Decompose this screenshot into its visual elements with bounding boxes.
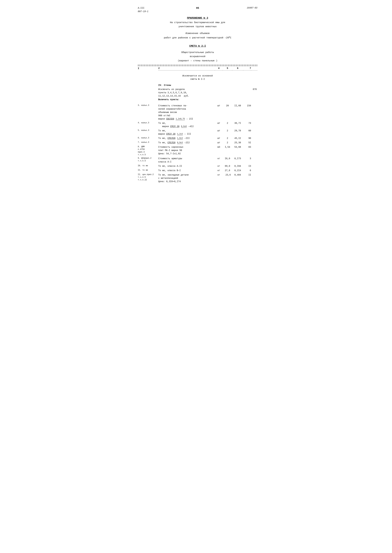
row-ref-7: 7. кальк.3: [138, 141, 158, 144]
row-ref-12: I2. цен.прил.2т.ч.п.5т.ч.п.22: [138, 173, 158, 181]
page-number: 95: [196, 6, 199, 10]
row-qty-5: 2: [223, 129, 232, 132]
iv-excl-lines: Исключить из раздела пункты 3,4,5,6,7,9,…: [158, 88, 189, 98]
row-total-5: 60: [243, 129, 251, 132]
iv-excl-row: Исключить из раздела пункты 3,4,5,6,7,9,…: [158, 88, 257, 98]
work-type-2: вскрывочной: [138, 55, 257, 58]
iv-unit: руб.: [184, 94, 189, 98]
col-header-1: I: [138, 67, 158, 70]
top-divider: [138, 65, 257, 65]
row-unit-10: кг: [215, 165, 223, 168]
row-qty-8: I,54: [223, 145, 232, 149]
marca-5: СПСЛ 20: [166, 133, 175, 135]
work-type-1: Общестроительные работы: [138, 51, 257, 55]
row-unit-8: м3: [215, 145, 223, 149]
row-total-10: I3: [243, 165, 251, 168]
row-desc-4: То же, марки СПСЛ 20 0,6х6 –4I2: [158, 122, 215, 128]
row-qty-10: 69,0: [223, 165, 232, 168]
table-row: 8. ЦММп.4759прил.3т.ч.п.5 Стоимость карн…: [138, 145, 257, 156]
row-price-7: 25,38: [232, 141, 243, 144]
row-qty-11: 27,8: [223, 169, 232, 172]
table-row: 5. кальк.3 То же, марки СПСЛ 20 1,2х3 – …: [138, 129, 257, 136]
table-row: 9. ЦСЦприл.2т.ч.п.5 Стоимость арматурыкл…: [138, 157, 257, 164]
iv-excl-3-row: 11,12,13,14,15,16 руб.: [158, 94, 189, 98]
row-total-11: 6: [243, 169, 251, 172]
row-ref-3: 3. кальк.3: [138, 104, 158, 107]
column-headers: I 2 4 5 6 7: [138, 66, 257, 70]
row-price-5: 29,78: [232, 129, 243, 132]
table-row: I2. цен.прил.2т.ч.п.5т.ч.п.22 То же, зак…: [138, 173, 257, 183]
col-header-4: 4: [215, 67, 223, 70]
marca-4: СПСЛ 20: [170, 125, 180, 128]
row-ref-11: II. то же: [138, 169, 158, 172]
desc-line2: уничтожения трупов животных: [138, 25, 257, 29]
exclude-line1: Исключается из основной: [138, 74, 257, 77]
row-total-3: 234: [243, 104, 251, 107]
row-unit-7: шт: [215, 141, 223, 144]
fraction-4: 0,6х6: [181, 125, 187, 128]
row-desc-7: То же, СПСЛ20 0,9х3 –2I2: [158, 141, 215, 144]
row-ref-9: 9. ЦСЦприл.2т.ч.п.5: [138, 157, 158, 162]
row-qty-7: 2: [223, 141, 232, 144]
iv-title: IV. Стены: [158, 84, 257, 87]
col-header-2: 2: [158, 67, 215, 70]
row-price-3: II,68: [232, 104, 243, 107]
row-desc-5: То же, марки СПСЛ 20 1,2х3 – III: [158, 129, 215, 136]
row-ref-10: I0. то же: [138, 165, 158, 167]
row-desc-6: То же, СПСЛ20 1,8х3 –III: [158, 137, 215, 140]
row-desc-8: Стоимость карнизныхплит ПК–I марки 50Цен…: [158, 145, 215, 155]
row-total-8: 83: [243, 145, 251, 149]
row-qty-12: 23,6: [223, 173, 232, 177]
iv-excl-1: Исключить из раздела: [158, 88, 189, 91]
table-row: 6. кальк.3 То же, СПСЛ20 1,8х3 –III шт 2…: [138, 137, 257, 140]
row-desc-9: Стоимость арматурыкласса А–I: [158, 157, 215, 164]
row-unit-6: шт: [215, 137, 223, 140]
change-subtitle-text: работ для районов с расчетной температур…: [164, 36, 229, 39]
marca-7: СПСЛ20: [168, 141, 175, 144]
fraction-6: 1,8х3: [177, 137, 183, 139]
col-header-5: 5: [223, 67, 232, 70]
appendix-title: ПРИЛОЖЕНИЕ № 3: [138, 16, 257, 20]
row-desc-3: Стоимость стеновых па-нелей керамзитобет…: [158, 104, 215, 121]
top-left-info: А–III 807-19-1: [138, 6, 148, 13]
row-unit-5: шт: [215, 129, 223, 132]
row-price-4: 36,7I: [232, 122, 243, 125]
row-ref-8: 8. ЦММп.4759прил.3т.ч.п.5: [138, 145, 158, 156]
row-unit-3: шт: [215, 104, 223, 107]
desc-line1: На строительство биотермической ямы для: [138, 21, 257, 25]
row-desc-11: То же, класса В–I: [158, 169, 215, 172]
marca-6: СПСЛ20: [168, 137, 175, 139]
table-row: II. то же То же, класса В–I кг 27,8 0,2I…: [138, 169, 257, 172]
iv-total-value: 878: [253, 88, 257, 91]
row-unit-11: кг: [215, 169, 223, 172]
row-qty-6: 2: [223, 137, 232, 140]
row-price-9: 0,I73: [232, 157, 243, 160]
row-qty-4: 2: [223, 122, 232, 125]
row-ref-4: 4. кальк.3: [138, 122, 158, 124]
smeta-title: СМЕТА № 2–I: [138, 44, 257, 48]
row-price-6: 45,I2: [232, 137, 243, 140]
row-unit-4: шт: [215, 122, 223, 125]
celsius-sign: С: [230, 36, 231, 39]
change-subtitle: работ для районов с расчетной температур…: [138, 36, 257, 40]
row-desc-12: То же, закладные деталис металлизациейЦе…: [158, 173, 215, 183]
row-total-12: II: [243, 173, 251, 177]
row-price-11: 0,2I4: [232, 169, 243, 172]
iv-excl-2: пункты 3,4,5,6,7,9,10,: [158, 91, 189, 94]
iv-section: IV. Стены Исключить из раздела пункты 3,…: [158, 84, 257, 101]
change-title: Изменение объемов: [138, 32, 257, 35]
exclude-section-header: Исключается из основной сметы № 2–I: [138, 74, 257, 81]
table-row: 4. кальк.3 То же, марки СПСЛ 20 0,6х6 –4…: [138, 122, 257, 128]
table-row: I0. то же То же, класса А–II кг 69,0 0,I…: [138, 165, 257, 168]
exclude-line2: сметы № 2–I: [138, 77, 257, 81]
row-qty-3: 20: [223, 104, 232, 107]
col-header-7: 7: [243, 67, 251, 70]
doc-number-right: 16497-03: [247, 6, 257, 10]
fraction-3: 1,2х0,75: [176, 118, 185, 120]
col-header-6: 6: [232, 67, 243, 70]
row-ref-6: 6. кальк.3: [138, 137, 158, 139]
fraction-5: 1,2х3: [177, 133, 183, 135]
fraction-7: 0,9х3: [177, 142, 183, 144]
row-total-7: 5I: [243, 141, 251, 144]
row-qty-9: I6,0: [223, 157, 232, 160]
